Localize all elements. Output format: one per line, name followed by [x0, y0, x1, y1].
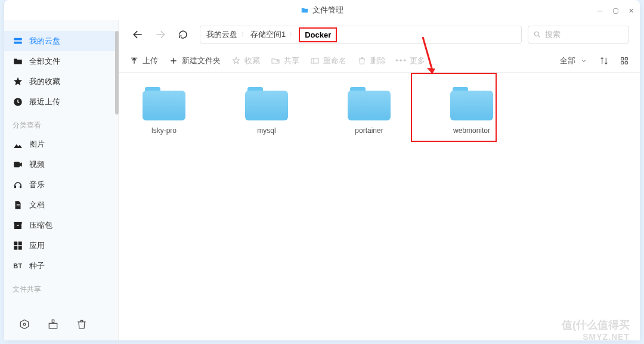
- main-pane: 我的云盘 〉 存储空间1 〉 Docker 搜索 上传: [119, 20, 640, 340]
- toolbar: 上传 新建文件夹 收藏 共享 重命名: [119, 49, 640, 73]
- svg-rect-4: [17, 204, 20, 205]
- svg-point-16: [534, 32, 538, 36]
- folder-name: webmonitor: [453, 126, 490, 135]
- watermark-text: 值(什么值得买: [562, 318, 630, 332]
- sidebar-item-label: 我的云盘: [29, 36, 60, 47]
- filter-all-dropdown[interactable]: 全部: [560, 55, 589, 66]
- search-input[interactable]: 搜索: [528, 26, 629, 44]
- video-icon: [13, 159, 23, 170]
- svg-rect-20: [621, 61, 624, 64]
- sidebar-item-label: 图片: [29, 139, 45, 150]
- chevron-right-icon: 〉: [289, 30, 295, 39]
- bt-text-icon: BT: [13, 261, 23, 271]
- settings-icon[interactable]: [18, 318, 30, 330]
- share-button[interactable]: 共享: [271, 55, 299, 66]
- trash-icon[interactable]: [76, 318, 88, 330]
- archive-icon: [13, 220, 23, 231]
- favorite-button[interactable]: 收藏: [231, 55, 260, 66]
- title-bar: 文件管理 — ▢ ✕: [4, 0, 640, 20]
- breadcrumb-part[interactable]: 我的云盘: [206, 29, 237, 40]
- sidebar-item-label: 最近上传: [29, 97, 60, 107]
- maximize-button[interactable]: ▢: [613, 6, 618, 14]
- sidebar-item-apps[interactable]: 应用: [4, 235, 118, 256]
- svg-rect-15: [49, 323, 57, 328]
- folder-icon: [143, 86, 185, 122]
- new-folder-button[interactable]: 新建文件夹: [169, 55, 221, 66]
- sidebar-item-images[interactable]: 图片: [4, 134, 118, 154]
- sidebar-item-docs[interactable]: 文档: [4, 195, 118, 215]
- more-dots-icon: •••: [397, 56, 406, 66]
- chevron-right-icon: 〉: [241, 30, 247, 39]
- sidebar-item-video[interactable]: 视频: [4, 154, 118, 175]
- svg-point-13: [23, 323, 26, 326]
- app-icon: [301, 6, 309, 14]
- breadcrumb[interactable]: 我的云盘 〉 存储空间1 〉 Docker: [200, 26, 522, 44]
- view-grid-icon[interactable]: [620, 56, 629, 66]
- sidebar-item-label: 文档: [29, 200, 45, 210]
- svg-rect-7: [14, 222, 22, 224]
- rename-icon: [310, 56, 320, 66]
- sidebar-section-categories: 分类查看: [4, 112, 118, 134]
- svg-rect-14: [52, 320, 54, 323]
- sidebar-item-mycloud[interactable]: 我的云盘: [4, 31, 118, 51]
- sort-icon[interactable]: [599, 56, 609, 66]
- sidebar-section-share: 文件共享: [4, 276, 118, 298]
- upload-icon: [129, 56, 139, 66]
- sidebar-item-archive[interactable]: 压缩包: [4, 215, 118, 235]
- folder-name: portainer: [355, 126, 383, 135]
- nav-refresh-button[interactable]: [175, 26, 191, 43]
- sidebar-item-label: 我的收藏: [29, 76, 60, 87]
- svg-rect-21: [625, 61, 627, 64]
- sidebar-item-label: 压缩包: [29, 220, 52, 231]
- headphones-icon: [13, 179, 23, 190]
- sidebar-item-favorites[interactable]: 我的收藏: [4, 72, 118, 92]
- sidebar-item-label: 视频: [29, 159, 45, 170]
- sidebar-item-music[interactable]: 音乐: [4, 175, 118, 195]
- chevron-down-icon: [579, 56, 589, 66]
- sidebar-item-label: 全部文件: [29, 56, 60, 67]
- folder-icon: [450, 86, 493, 122]
- breadcrumb-current: Docker: [299, 27, 337, 42]
- file-grid-area: lsky-pro mysql portainer webmonitor: [119, 73, 640, 340]
- svg-rect-9: [14, 241, 17, 245]
- svg-rect-0: [14, 38, 22, 41]
- sidebar-item-label: 种子: [29, 261, 45, 271]
- folder-icon: [245, 86, 288, 122]
- close-button[interactable]: ✕: [629, 6, 634, 14]
- app-window: 文件管理 — ▢ ✕ 我的云盘 全部文件 我的收藏: [4, 0, 640, 340]
- upload-button[interactable]: 上传: [129, 55, 158, 66]
- mount-icon[interactable]: [47, 318, 59, 330]
- sidebar-item-recent[interactable]: 最近上传: [4, 92, 118, 112]
- folder-item[interactable]: mysql: [237, 86, 296, 135]
- svg-rect-1: [14, 42, 22, 44]
- more-button[interactable]: ••• 更多: [397, 55, 425, 66]
- apps-icon: [13, 240, 23, 251]
- folder-name: lsky-pro: [151, 126, 177, 135]
- svg-rect-10: [18, 241, 22, 245]
- sidebar-bottom-tools: [4, 308, 118, 340]
- svg-rect-3: [14, 162, 20, 168]
- image-icon: [13, 139, 23, 150]
- search-placeholder: 搜索: [545, 29, 561, 40]
- sidebar-item-label: 应用: [29, 240, 45, 251]
- svg-rect-12: [18, 246, 22, 250]
- star-outline-icon: [231, 56, 241, 66]
- breadcrumb-part[interactable]: 存储空间1: [250, 29, 286, 40]
- nav-back-button[interactable]: [129, 26, 146, 43]
- nav-forward-button[interactable]: [152, 26, 169, 43]
- folder-item[interactable]: webmonitor: [442, 86, 501, 135]
- folder-item[interactable]: lsky-pro: [134, 86, 194, 135]
- delete-button[interactable]: 删除: [357, 55, 386, 66]
- svg-rect-11: [14, 246, 17, 250]
- share-icon: [271, 56, 280, 66]
- sidebar-item-allfiles[interactable]: 全部文件: [4, 51, 118, 72]
- minimize-button[interactable]: —: [597, 6, 602, 14]
- sidebar-item-torrent[interactable]: BT 种子: [4, 256, 118, 276]
- svg-rect-19: [625, 57, 627, 60]
- folder-item[interactable]: portainer: [339, 86, 399, 135]
- window-body: 我的云盘 全部文件 我的收藏 最近上传 分类查看 图片: [4, 20, 640, 340]
- folder-icon: [348, 86, 391, 122]
- svg-rect-5: [17, 206, 20, 206]
- window-controls: — ▢ ✕: [597, 0, 634, 20]
- rename-button[interactable]: 重命名: [310, 55, 346, 66]
